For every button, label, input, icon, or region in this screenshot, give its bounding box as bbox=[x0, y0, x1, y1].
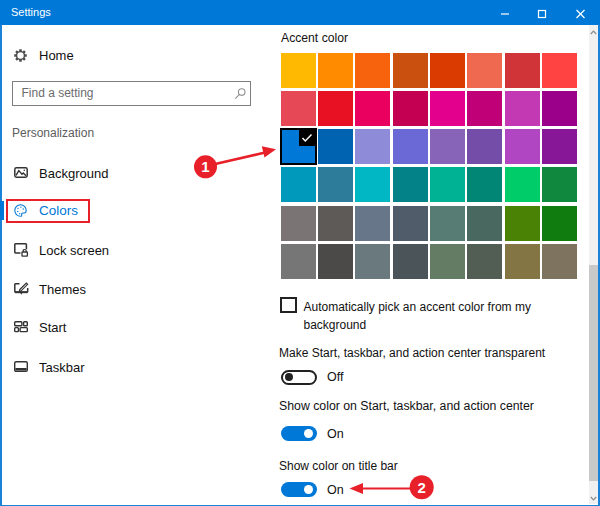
svg-text:1: 1 bbox=[201, 158, 209, 175]
svg-text:2: 2 bbox=[418, 479, 426, 496]
